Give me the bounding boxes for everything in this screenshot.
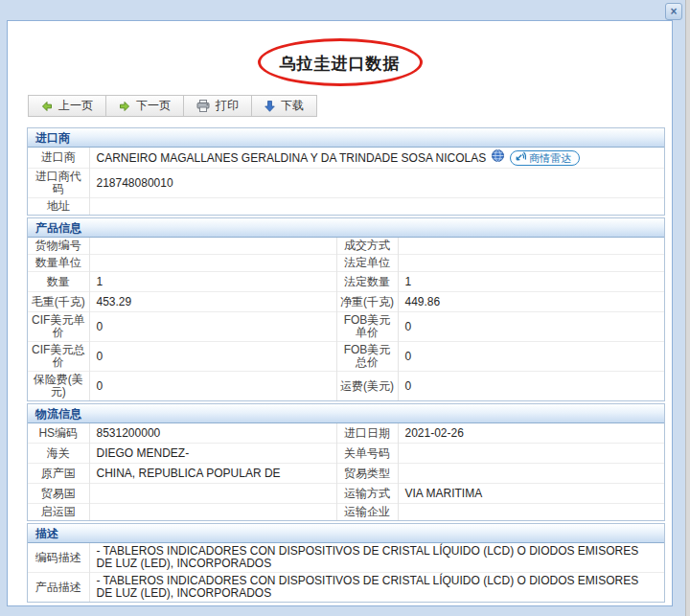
- product-table: 货物编号 成交方式 数量单位 法定单位 数量1 法定数量1 毛重(千克)453.…: [28, 238, 664, 400]
- arrow-left-icon: [41, 101, 53, 112]
- table-row: HS编码8531200000 进口日期2021-02-26: [28, 423, 664, 444]
- badge-label: 商情雷达: [529, 150, 571, 166]
- section-importer-header: 进口商: [28, 128, 664, 148]
- importer-table: 进口商 CARNEIRO MAGALLANES GERALDINA Y DA T…: [28, 148, 664, 215]
- page-title: 乌拉圭进口数据: [8, 53, 672, 75]
- table-row: CIF美元总价0 FOB美元总价0: [28, 342, 664, 372]
- section-importer: 进口商 进口商 CARNEIRO MAGALLANES GERALDINA Y …: [27, 127, 665, 216]
- printer-icon: [196, 100, 210, 112]
- next-page-button[interactable]: 下一页: [106, 96, 184, 116]
- table-row: 启运国 运输企业: [28, 504, 664, 521]
- table-row: 数量1 法定数量1: [28, 272, 664, 292]
- content-area: 进口商 进口商 CARNEIRO MAGALLANES GERALDINA Y …: [8, 117, 672, 603]
- prev-page-button[interactable]: 上一页: [29, 96, 106, 116]
- download-button[interactable]: 下载: [252, 96, 316, 116]
- toolbar: 上一页 下一页 打印 下载: [28, 95, 317, 117]
- table-row: 进口商 CARNEIRO MAGALLANES GERALDINA Y DA T…: [28, 148, 664, 169]
- table-row: 地址: [28, 198, 664, 216]
- download-arrow-icon: [264, 101, 275, 112]
- section-product: 产品信息 货物编号 成交方式 数量单位 法定单位 数量1 法定数量1 毛重(千克…: [27, 217, 665, 401]
- logistics-table: HS编码8531200000 进口日期2021-02-26 海关DIEGO ME…: [28, 423, 664, 520]
- table-row: 数量单位 法定单位: [28, 255, 664, 272]
- title-area: 乌拉圭进口数据: [8, 36, 672, 86]
- table-row: 进口商代码 218748080010: [28, 169, 664, 198]
- table-row: 毛重(千克)453.29 净重(千克)449.86: [28, 292, 664, 312]
- table-row: 贸易国 运输方式VIA MARITIMA: [28, 484, 664, 504]
- description-table: 编码描述 - TABLEROS INDICADORES CON DISPOSIT…: [28, 543, 664, 602]
- table-row: 产品描述 - TABLEROS INDICADORES CON DISPOSIT…: [28, 573, 664, 603]
- table-row: 原产国CHINA, REPUBLICA POPULAR DE 贸易类型: [28, 464, 664, 484]
- business-radar-badge[interactable]: 商情雷达: [510, 150, 580, 166]
- print-button[interactable]: 打印: [184, 96, 252, 116]
- globe-icon[interactable]: [492, 149, 504, 166]
- section-description: 描述 编码描述 - TABLEROS INDICADORES CON DISPO…: [27, 523, 665, 603]
- table-row: 编码描述 - TABLEROS INDICADORES CON DISPOSIT…: [28, 543, 664, 573]
- table-row: 保险费(美元)0 运费(美元)0: [28, 372, 664, 401]
- importer-name: CARNEIRO MAGALLANES GERALDINA Y DA TRIND…: [97, 150, 487, 166]
- section-description-header: 描述: [28, 524, 664, 543]
- table-row: 海关DIEGO MENDEZ- 关单号码: [28, 444, 664, 464]
- browser-scrollbar[interactable]: [685, 0, 690, 616]
- close-icon[interactable]: ×: [665, 3, 682, 20]
- section-logistics: 物流信息 HS编码8531200000 进口日期2021-02-26 海关DIE…: [27, 403, 665, 521]
- radar-icon: [516, 150, 526, 166]
- section-product-header: 产品信息: [28, 218, 664, 238]
- section-logistics-header: 物流信息: [28, 404, 664, 423]
- table-row: 货物编号 成交方式: [28, 238, 664, 255]
- dialog-panel: 乌拉圭进口数据 上一页 下一页 打印 下载 进口商 进口商: [7, 20, 673, 606]
- arrow-right-icon: [119, 101, 130, 112]
- table-row: CIF美元单价0 FOB美元单价0: [28, 312, 664, 342]
